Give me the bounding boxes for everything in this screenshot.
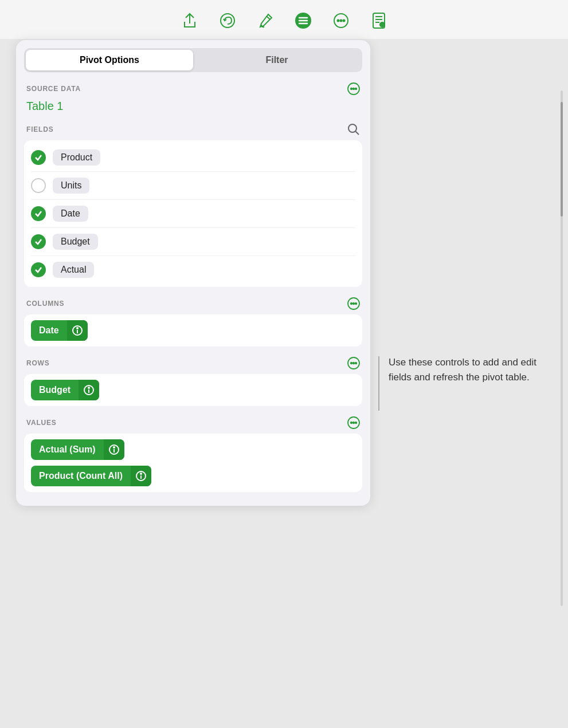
callout-text: Use these controls to add and edit field… [389,357,536,383]
values-actual-sum-info-icon[interactable] [104,439,124,460]
source-data-label: SOURCE DATA [26,85,81,93]
fields-header: FIELDS [24,123,362,136]
svg-point-42 [140,473,142,474]
product-tag[interactable]: Product [53,149,100,166]
field-row-actual: Actual [31,256,355,284]
svg-point-7 [340,20,342,22]
values-actual-sum-label: Actual (Sum) [31,440,104,459]
svg-point-20 [351,303,352,305]
fields-search-icon[interactable] [347,123,360,136]
tab-filter[interactable]: Filter [193,50,361,70]
values-actual-sum-tag[interactable]: Actual (Sum) [31,439,124,460]
svg-point-8 [343,20,344,22]
rows-zone: Budget [24,374,362,406]
section-source-data: SOURCE DATA Table 1 [24,82,362,113]
columns-zone: Date [24,314,362,347]
values-zone: Actual (Sum) Product (Count All) [24,434,362,492]
field-row-units: Units [31,172,355,200]
svg-point-32 [88,387,89,388]
section-rows: ROWS Budget [24,357,362,406]
app-container: Pivot Options Filter SOURCE DATA Table 1 [0,0,568,728]
columns-label: COLUMNS [26,300,64,308]
units-checkbox[interactable] [31,178,46,193]
svg-point-16 [355,88,357,90]
values-label: VALUES [26,419,57,427]
svg-point-34 [351,422,352,424]
rows-more-icon[interactable] [347,357,360,369]
rows-label: ROWS [26,359,50,367]
svg-point-22 [355,303,357,305]
svg-point-15 [353,88,355,90]
product-checkbox[interactable] [31,150,46,165]
columns-date-label: Date [31,321,67,340]
actual-tag[interactable]: Actual [53,262,94,278]
field-row-date: Date [31,200,355,228]
undo-icon[interactable] [217,10,238,31]
section-columns: COLUMNS Date [24,297,362,347]
panel: Pivot Options Filter SOURCE DATA Table 1 [16,40,370,506]
svg-point-21 [353,303,355,305]
values-header: VALUES [24,416,362,429]
values-product-count-label: Product (Count All) [31,466,131,486]
budget-tag[interactable]: Budget [53,234,98,250]
brush-icon[interactable] [255,10,276,31]
values-product-count-tag[interactable]: Product (Count All) [31,466,151,486]
organize-icon[interactable] [293,10,314,31]
more-icon[interactable] [331,10,351,31]
columns-date-info-icon[interactable] [67,320,88,341]
tabs: Pivot Options Filter [24,48,362,72]
svg-point-39 [113,447,115,448]
date-tag[interactable]: Date [53,206,88,222]
svg-point-6 [337,20,339,22]
svg-point-12 [382,24,383,25]
budget-checkbox[interactable] [31,234,46,249]
svg-point-17 [348,124,357,132]
field-row-budget: Budget [31,228,355,256]
date-checkbox[interactable] [31,206,46,221]
svg-point-29 [355,363,357,364]
svg-point-35 [353,422,355,424]
rows-budget-tag[interactable]: Budget [31,380,99,400]
values-more-icon[interactable] [347,416,360,429]
rows-budget-label: Budget [31,380,79,400]
columns-more-icon[interactable] [347,297,360,310]
tab-pivot-options[interactable]: Pivot Options [26,50,193,70]
svg-point-27 [351,363,352,364]
columns-date-tag[interactable]: Date [31,320,88,341]
fields-label: FIELDS [26,125,53,133]
fields-area: Product Units Date [24,140,362,287]
field-row-product: Product [31,144,355,172]
svg-line-18 [356,132,359,135]
units-tag[interactable]: Units [53,178,89,194]
source-data-header: SOURCE DATA [24,82,362,95]
svg-point-14 [351,88,352,90]
document-icon[interactable] [369,10,389,31]
svg-point-0 [221,14,234,27]
svg-point-36 [355,422,357,424]
share-icon[interactable] [179,10,200,31]
section-fields: FIELDS Product [24,123,362,287]
columns-header: COLUMNS [24,297,362,310]
scrollbar-thumb[interactable] [561,102,563,217]
svg-point-25 [77,328,78,329]
scrollbar[interactable] [561,90,563,606]
source-data-value[interactable]: Table 1 [24,100,362,113]
toolbar [0,0,568,39]
rows-header: ROWS [24,357,362,369]
callout: Use these controls to add and edit field… [378,355,550,384]
actual-checkbox[interactable] [31,262,46,277]
rows-budget-info-icon[interactable] [79,380,99,400]
section-values: VALUES Actual (Sum) [24,416,362,492]
values-product-count-info-icon[interactable] [131,466,151,486]
source-data-more-icon[interactable] [347,82,360,95]
svg-point-28 [353,363,355,364]
